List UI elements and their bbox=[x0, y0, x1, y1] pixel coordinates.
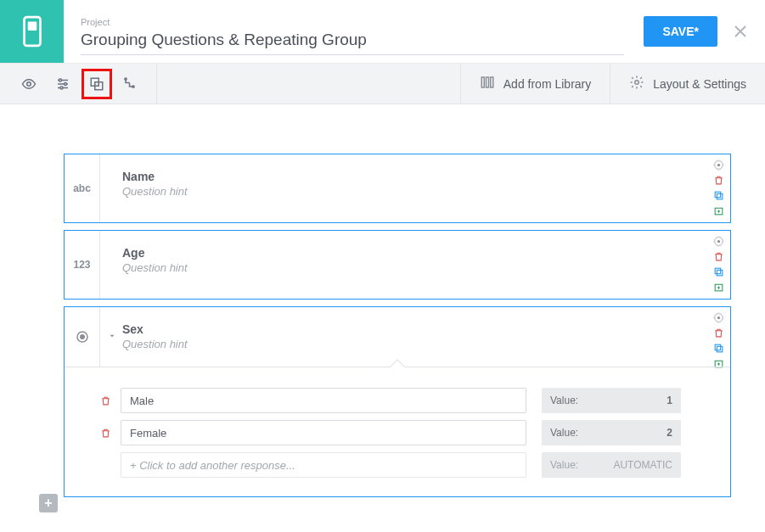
question-duplicate-icon[interactable] bbox=[712, 341, 725, 355]
svg-rect-31 bbox=[717, 346, 723, 352]
settings-sliders-icon[interactable] bbox=[46, 64, 80, 104]
add-from-library-button[interactable]: Add from Library bbox=[460, 64, 610, 104]
close-icon[interactable] bbox=[733, 24, 748, 39]
svg-point-4 bbox=[27, 81, 31, 86]
question-card-name[interactable]: abc Name Question hint bbox=[64, 154, 731, 223]
svg-rect-25 bbox=[717, 270, 723, 276]
question-duplicate-icon[interactable] bbox=[712, 265, 725, 278]
option-value-box[interactable]: Value: 2 bbox=[542, 420, 681, 445]
svg-rect-21 bbox=[717, 193, 723, 199]
option-delete-icon[interactable] bbox=[98, 428, 112, 439]
option-label-input[interactable] bbox=[121, 388, 526, 413]
option-value-label: Value: bbox=[550, 459, 578, 471]
question-hint[interactable]: Question hint bbox=[122, 338, 696, 350]
question-add-to-library-icon[interactable] bbox=[712, 204, 725, 217]
add-from-library-label: Add from Library bbox=[503, 77, 591, 91]
question-settings-icon[interactable] bbox=[712, 234, 725, 248]
option-add-row: Value: AUTOMATIC bbox=[98, 452, 717, 478]
app-logo bbox=[0, 0, 64, 63]
option-row: Value: 2 bbox=[98, 420, 717, 445]
question-add-to-library-icon[interactable] bbox=[712, 280, 725, 294]
svg-point-23 bbox=[717, 239, 719, 242]
library-icon bbox=[480, 75, 495, 92]
question-settings-icon[interactable] bbox=[712, 311, 725, 324]
option-value-box[interactable]: Value: 1 bbox=[542, 388, 681, 413]
svg-rect-17 bbox=[491, 77, 493, 87]
question-hint[interactable]: Question hint bbox=[122, 261, 696, 274]
option-value: AUTOMATIC bbox=[613, 459, 672, 471]
svg-rect-15 bbox=[481, 77, 484, 87]
option-value: 2 bbox=[667, 427, 672, 439]
question-card-age[interactable]: 123 Age Question hint bbox=[64, 230, 731, 300]
option-value-label: Value: bbox=[550, 427, 578, 439]
option-row: Value: 1 bbox=[98, 388, 717, 413]
option-add-input[interactable] bbox=[121, 452, 526, 478]
question-delete-icon[interactable] bbox=[712, 249, 725, 263]
question-title[interactable]: Sex bbox=[122, 322, 696, 336]
save-button[interactable]: SAVE* bbox=[644, 16, 717, 47]
toolbar-separator bbox=[156, 64, 157, 104]
svg-rect-24 bbox=[715, 268, 721, 274]
question-type-select-one bbox=[65, 307, 100, 367]
group-questions-icon[interactable] bbox=[82, 69, 112, 99]
option-delete-icon[interactable] bbox=[98, 395, 112, 406]
svg-rect-20 bbox=[715, 192, 721, 198]
svg-rect-1 bbox=[27, 21, 37, 31]
svg-point-19 bbox=[717, 163, 719, 165]
question-type-number: 123 bbox=[65, 231, 100, 299]
toolbar: Add from Library Layout & Settings bbox=[0, 64, 765, 104]
question-type-text: abc bbox=[65, 154, 100, 222]
question-duplicate-icon[interactable] bbox=[712, 188, 725, 202]
layout-settings-label: Layout & Settings bbox=[653, 77, 746, 91]
app-header: Project SAVE* bbox=[0, 0, 765, 64]
project-title-input[interactable] bbox=[81, 29, 624, 55]
svg-rect-0 bbox=[24, 17, 40, 46]
select-options-panel: Value: 1 Value: 2 Value: AUTOMATIC bbox=[65, 367, 730, 496]
layout-settings-button[interactable]: Layout & Settings bbox=[610, 64, 765, 104]
project-area: Project bbox=[64, 0, 644, 63]
question-delete-icon[interactable] bbox=[712, 326, 725, 339]
svg-rect-16 bbox=[486, 77, 488, 87]
svg-point-10 bbox=[60, 87, 63, 89]
insert-cascade-icon[interactable] bbox=[114, 64, 148, 104]
add-question-button[interactable]: + bbox=[39, 494, 58, 512]
option-value-label: Value: bbox=[550, 395, 578, 406]
svg-point-29 bbox=[717, 316, 719, 318]
option-label-input[interactable] bbox=[121, 420, 526, 445]
question-hint[interactable]: Question hint bbox=[122, 185, 696, 198]
form-canvas: abc Name Question hint 123 Age Question … bbox=[0, 104, 765, 532]
svg-point-8 bbox=[65, 82, 67, 85]
project-label: Project bbox=[81, 17, 627, 27]
header-actions: SAVE* bbox=[644, 0, 765, 63]
option-value: 1 bbox=[667, 395, 672, 406]
option-value-box-ghost: Value: AUTOMATIC bbox=[542, 452, 681, 478]
gear-icon bbox=[629, 75, 644, 92]
question-delete-icon[interactable] bbox=[712, 173, 725, 187]
svg-point-18 bbox=[635, 81, 639, 85]
preview-icon[interactable] bbox=[12, 64, 46, 104]
svg-rect-30 bbox=[715, 344, 721, 350]
question-card-sex[interactable]: Sex Question hint Value: 1 bbox=[64, 306, 731, 497]
question-title[interactable]: Age bbox=[122, 246, 696, 260]
question-settings-icon[interactable] bbox=[712, 158, 725, 171]
svg-point-6 bbox=[59, 79, 62, 81]
question-title[interactable]: Name bbox=[122, 170, 696, 183]
svg-point-28 bbox=[80, 335, 84, 339]
